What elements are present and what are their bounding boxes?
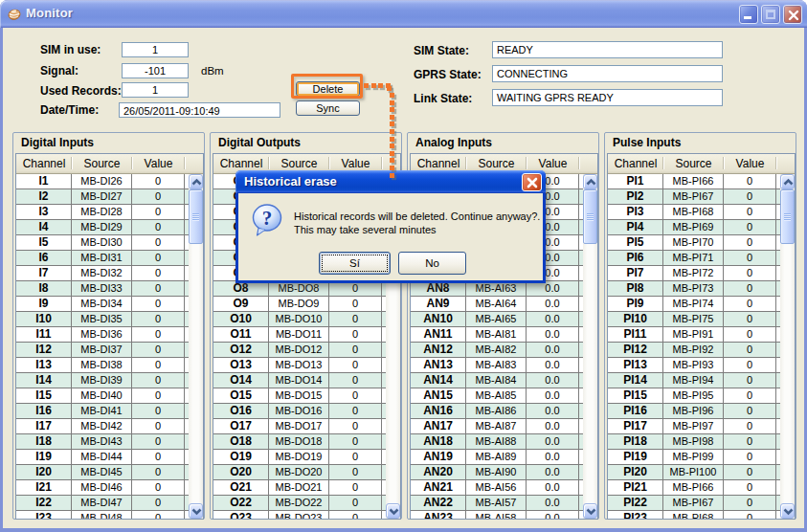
scroll-down-button[interactable] bbox=[780, 503, 795, 519]
table-row[interactable]: PI15MB-PI950 bbox=[608, 388, 780, 404]
sync-button[interactable]: Sync bbox=[296, 100, 360, 116]
table-row[interactable]: O12MB-DO120 bbox=[213, 343, 386, 358]
table-row[interactable]: AN11MB-AI810.0 bbox=[411, 327, 583, 343]
table-row[interactable]: AN9MB-AI640.0 bbox=[411, 297, 583, 312]
table-row[interactable]: I22MB-DI470 bbox=[16, 496, 189, 511]
table-row[interactable]: PI20MB-PI1000 bbox=[608, 465, 780, 480]
scrollbar-thumb[interactable] bbox=[780, 189, 795, 244]
table-row[interactable]: PI10MB-PI750 bbox=[608, 312, 780, 327]
table-row[interactable]: I17MB-DI420 bbox=[16, 419, 189, 434]
table-row[interactable]: I7MB-DI320 bbox=[16, 266, 189, 281]
table-row[interactable]: I5MB-DI300 bbox=[16, 235, 189, 251]
table-row[interactable]: PI23MB-PI680 bbox=[608, 511, 780, 519]
table-row[interactable]: AN14MB-AI840.0 bbox=[411, 373, 583, 388]
table-row[interactable]: O20MB-DO200 bbox=[213, 465, 386, 480]
table-row[interactable]: I6MB-DI310 bbox=[16, 251, 189, 266]
table-row[interactable]: AN12MB-AI820.0 bbox=[411, 343, 583, 358]
table-row[interactable]: PI9MB-PI740 bbox=[608, 297, 780, 312]
table-row[interactable]: AN22MB-AI570.0 bbox=[411, 496, 583, 511]
table-row[interactable]: PI2MB-PI670 bbox=[608, 189, 780, 205]
vertical-scrollbar[interactable] bbox=[583, 174, 597, 519]
table-row[interactable]: O23MB-DO230 bbox=[213, 511, 386, 519]
gprs-state-field[interactable]: CONNECTING bbox=[492, 65, 723, 82]
scrollbar-thumb[interactable] bbox=[583, 189, 597, 244]
table-row[interactable]: PI14MB-PI940 bbox=[608, 373, 780, 388]
table-row[interactable]: PI3MB-PI680 bbox=[608, 205, 780, 220]
scroll-up-button[interactable] bbox=[583, 174, 597, 189]
table-row[interactable]: PI22MB-PI670 bbox=[608, 496, 780, 511]
table-row[interactable]: AN17MB-AI870.0 bbox=[411, 419, 583, 434]
table-row[interactable]: PI19MB-PI990 bbox=[608, 450, 780, 465]
column-header[interactable]: Channel bbox=[608, 154, 663, 173]
used-records-field[interactable]: 1 bbox=[122, 82, 189, 98]
scrollbar-thumb[interactable] bbox=[189, 189, 203, 244]
no-button[interactable]: No bbox=[398, 252, 466, 275]
date-time-field[interactable]: 26/05/2011-09:10:49 bbox=[119, 102, 280, 118]
table-row[interactable]: PI11MB-PI910 bbox=[608, 327, 780, 343]
table-row[interactable]: PI21MB-PI660 bbox=[608, 480, 780, 496]
table-row[interactable]: I13MB-DI380 bbox=[16, 358, 189, 373]
link-state-field[interactable]: WAITING GPRS READY bbox=[492, 89, 723, 106]
dialog-close-button[interactable] bbox=[522, 173, 542, 191]
table-row[interactable]: O10MB-DO100 bbox=[213, 312, 386, 327]
table-row[interactable]: O13MB-DO130 bbox=[213, 358, 386, 373]
table-row[interactable]: PI7MB-PI720 bbox=[608, 266, 780, 281]
table-row[interactable]: I4MB-DI290 bbox=[16, 220, 189, 235]
table-row[interactable]: PI1MB-PI660 bbox=[608, 174, 780, 189]
table-row[interactable]: PI4MB-PI690 bbox=[608, 220, 780, 235]
table-row[interactable]: AN20MB-AI900.0 bbox=[411, 465, 583, 480]
table-row[interactable]: PI5MB-PI700 bbox=[608, 235, 780, 251]
minimize-button[interactable] bbox=[739, 5, 758, 24]
table-row[interactable]: AN10MB-AI650.0 bbox=[411, 312, 583, 327]
table-row[interactable]: I15MB-DI400 bbox=[16, 388, 189, 404]
table-row[interactable]: I9MB-DI340 bbox=[16, 297, 189, 312]
table-row[interactable]: AN21MB-AI560.0 bbox=[411, 480, 583, 496]
table-row[interactable]: PI12MB-PI920 bbox=[608, 343, 780, 358]
table-row[interactable]: O9MB-DO90 bbox=[213, 297, 386, 312]
table-row[interactable]: I10MB-DI350 bbox=[16, 312, 189, 327]
column-header[interactable]: Value bbox=[132, 154, 185, 173]
scroll-down-button[interactable] bbox=[386, 503, 400, 519]
table-row[interactable]: I11MB-DI360 bbox=[16, 327, 189, 343]
column-header[interactable]: Value bbox=[724, 154, 776, 173]
maximize-button[interactable] bbox=[761, 5, 780, 24]
signal-field[interactable]: -101 bbox=[122, 63, 189, 78]
table-row[interactable]: I21MB-DI460 bbox=[16, 480, 189, 496]
sim-state-field[interactable]: READY bbox=[492, 41, 723, 58]
table-row[interactable]: O19MB-DO190 bbox=[213, 450, 386, 465]
table-row[interactable]: I8MB-DI330 bbox=[16, 281, 189, 297]
table-row[interactable]: I20MB-DI450 bbox=[16, 465, 189, 480]
table-row[interactable]: PI17MB-PI970 bbox=[608, 419, 780, 434]
sim-in-use-field[interactable]: 1 bbox=[122, 42, 189, 57]
table-row[interactable]: I3MB-DI280 bbox=[16, 205, 189, 220]
window-titlebar[interactable]: Monitor bbox=[0, 0, 807, 28]
table-row[interactable]: I1MB-DI260 bbox=[16, 174, 189, 189]
vertical-scrollbar[interactable] bbox=[189, 174, 203, 519]
scroll-up-button[interactable] bbox=[189, 174, 203, 189]
table-row[interactable]: O15MB-DO150 bbox=[213, 388, 386, 404]
table-row[interactable]: I16MB-DI410 bbox=[16, 404, 189, 419]
table-row[interactable]: O21MB-DO210 bbox=[213, 480, 386, 496]
table-row[interactable]: AN13MB-AI830.0 bbox=[411, 358, 583, 373]
table-row[interactable]: AN8MB-AI630.0 bbox=[411, 281, 583, 297]
table-row[interactable]: O17MB-DO170 bbox=[213, 419, 386, 434]
table-row[interactable]: O22MB-DO220 bbox=[213, 496, 386, 511]
table-row[interactable]: I18MB-DI430 bbox=[16, 434, 189, 450]
column-header[interactable]: Source bbox=[72, 154, 132, 173]
column-header[interactable]: Source bbox=[663, 154, 724, 173]
table-row[interactable]: I19MB-DI440 bbox=[16, 450, 189, 465]
table-row[interactable]: AN18MB-AI880.0 bbox=[411, 434, 583, 450]
table-row[interactable]: I12MB-DI370 bbox=[16, 343, 189, 358]
table-row[interactable]: PI13MB-PI930 bbox=[608, 358, 780, 373]
scroll-down-button[interactable] bbox=[189, 503, 203, 519]
table-row[interactable]: AN16MB-AI860.0 bbox=[411, 404, 583, 419]
vertical-scrollbar[interactable] bbox=[780, 174, 795, 519]
table-row[interactable]: O14MB-DO140 bbox=[213, 373, 386, 388]
yes-button[interactable]: Sí bbox=[319, 252, 391, 275]
table-row[interactable]: I23MB-DI480 bbox=[16, 511, 189, 519]
table-row[interactable]: PI18MB-PI980 bbox=[608, 434, 780, 450]
table-row[interactable]: AN19MB-AI890.0 bbox=[411, 450, 583, 465]
table-row[interactable]: I14MB-DI390 bbox=[16, 373, 189, 388]
table-row[interactable]: PI16MB-PI960 bbox=[608, 404, 780, 419]
table-row[interactable]: I2MB-DI270 bbox=[16, 189, 189, 205]
